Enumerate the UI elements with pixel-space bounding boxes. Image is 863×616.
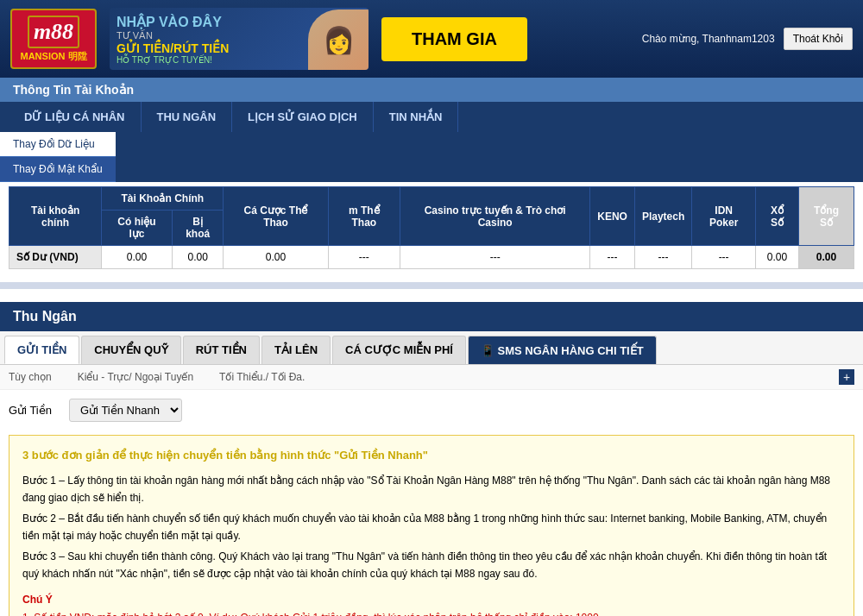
tab-rut-tien[interactable]: RÚT TIỀN: [183, 336, 260, 364]
dropdown-thay-doi-du-lieu[interactable]: Thay Đổi Dữ Liệu: [0, 132, 116, 157]
logo-m88: m88: [34, 19, 73, 44]
val-keno: ---: [590, 246, 635, 269]
sub-tabs: GỬI TIỀN CHUYỂN QUỸ RÚT TIỀN TẢI LÊN CÁ …: [0, 331, 863, 365]
welcome-text: Chào mừng, Thanhnam1203: [642, 33, 775, 45]
col-account: Tài khoản chính: [9, 187, 102, 246]
tab-gui-tien[interactable]: GỬI TIỀN: [4, 336, 79, 364]
expand-button[interactable]: +: [839, 369, 854, 385]
tab-sms-ngan-hang[interactable]: 📱 SMS NGÂN HÀNG CHI TIẾT: [468, 336, 657, 364]
val-ca-cuoc: 0.00: [224, 246, 328, 269]
val-casino: ---: [400, 246, 590, 269]
val-idn-poker: ---: [692, 246, 756, 269]
info-title: 3 bước đơn giản để thực hiện chuyển tiền…: [22, 446, 841, 465]
dropdown-thay-doi-mat-khau[interactable]: Thay Đổi Mật Khẩu: [0, 157, 116, 182]
logo-mansion: MANSION 明陞: [21, 50, 87, 63]
col-bi-khoa: Bị khoá: [172, 211, 224, 246]
val-bi-khoa: 0.00: [172, 246, 224, 269]
kieu-label: Kiểu - Trực/ Ngoại Tuyến: [78, 371, 193, 383]
val-playtech: ---: [634, 246, 691, 269]
col-xo-so: Xổ Số: [756, 187, 799, 246]
col-main-account: Tài Khoản Chính: [102, 187, 224, 211]
tab-du-lieu[interactable]: DỮ LIỆU CÁ NHÂN: [9, 102, 142, 132]
toi-thieu-label: Tối Thiểu./ Tối Đa.: [219, 371, 305, 383]
col-ca-cuoc: Cá Cược Thể Thao: [224, 187, 328, 246]
info-step1: Bước 1 – Lấy thông tin tài khoản ngân hà…: [22, 472, 841, 507]
dropdown-area: Thay Đổi Dữ Liệu Thay Đổi Mật Khẩu: [0, 132, 863, 182]
tab-tai-len[interactable]: TẢI LÊN: [261, 336, 331, 364]
logo-box: m88 MANSION 明陞: [10, 9, 97, 69]
tab-thu-ngan[interactable]: THU NGÂN: [142, 102, 233, 132]
col-m-the-thao: m Thể Thao: [328, 187, 400, 246]
balance-table: Tài khoản chính Tài Khoản Chính Cá Cược …: [9, 186, 854, 269]
val-co-hieu-luc: 0.00: [102, 246, 173, 269]
divider: [0, 282, 863, 289]
tab-ca-cuoc-mien-phi[interactable]: CÁ CƯỢC MIỄN PHÍ: [332, 336, 466, 364]
thu-ngan-title: Thu Ngân: [0, 302, 863, 331]
note1: 1. Số tiền VND: mặc định bỏ bớt 3 số 0. …: [22, 609, 841, 616]
tab-tin-nhan[interactable]: TIN NHẮN: [374, 102, 459, 132]
info-box: 3 bước đơn giản để thực hiện chuyển tiền…: [9, 435, 854, 616]
info-step3: Bước 3 – Sau khi chuyển tiền thành công.…: [22, 548, 841, 583]
gui-tien-label: Gửi Tiền: [9, 404, 60, 417]
sub-header: Thông Tin Tài Khoản: [0, 78, 863, 102]
gui-tien-select[interactable]: Gửi Tiền Nhanh: [69, 399, 182, 422]
val-m-the-thao: ---: [328, 246, 400, 269]
col-tong-so: Tổng Số: [799, 187, 854, 246]
tuy-chon-label: Tùy chọn: [9, 371, 52, 383]
nav-tabs: DỮ LIỆU CÁ NHÂN THU NGÂN LỊCH SỬ GIAO DỊ…: [0, 102, 863, 132]
col-playtech: Playtech: [634, 187, 691, 246]
banner-lady-icon: 👩: [308, 9, 369, 70]
main-content: DỮ LIỆU CÁ NHÂN THU NGÂN LỊCH SỬ GIAO DỊ…: [0, 102, 863, 616]
form-row: Gửi Tiền Gửi Tiền Nhanh: [0, 390, 863, 431]
val-tong-so: 0.00: [799, 246, 854, 269]
balance-section: Tài khoản chính Tài Khoản Chính Cá Cược …: [0, 182, 863, 278]
logo-area: m88 MANSION 明陞: [10, 9, 97, 69]
col-keno: KENO: [590, 187, 635, 246]
tham-gia-button[interactable]: THAM GIA: [381, 17, 527, 61]
info-step2: Bước 2 – Bắt đầu tiến hành chuyển số tiề…: [22, 510, 841, 545]
thoat-button[interactable]: Thoát Khỏi: [784, 28, 853, 50]
col-casino: Casino trực tuyến & Trò chơi Casino: [400, 187, 590, 246]
options-row: Tùy chọn Kiểu - Trực/ Ngoại Tuyến Tối Th…: [0, 365, 863, 390]
val-xo-so: 0.00: [756, 246, 799, 269]
banner-area[interactable]: NHẬP VÀO ĐÂY TƯ VẤN GỬI TIỀN/RÚT TIỀN HỖ…: [110, 8, 369, 70]
note-title: Chú Ý: [22, 591, 841, 608]
col-idn-poker: IDN Poker: [692, 187, 756, 246]
banner-text: NHẬP VÀO ĐÂY TƯ VẤN GỬI TIỀN/RÚT TIỀN HỖ…: [117, 14, 229, 65]
header: m88 MANSION 明陞 NHẬP VÀO ĐÂY TƯ VẤN GỬI T…: [0, 0, 863, 78]
tab-lich-su[interactable]: LỊCH SỬ GIAO DỊCH: [232, 102, 374, 132]
page-title: Thông Tin Tài Khoản: [13, 83, 134, 97]
row-label: Số Dư (VND): [9, 246, 102, 269]
col-co-hieu-luc: Có hiệu lực: [102, 211, 173, 246]
tab-chuyen-quy[interactable]: CHUYỂN QUỸ: [81, 336, 180, 364]
user-area: Chào mừng, Thanhnam1203 Thoát Khỏi: [642, 28, 853, 50]
